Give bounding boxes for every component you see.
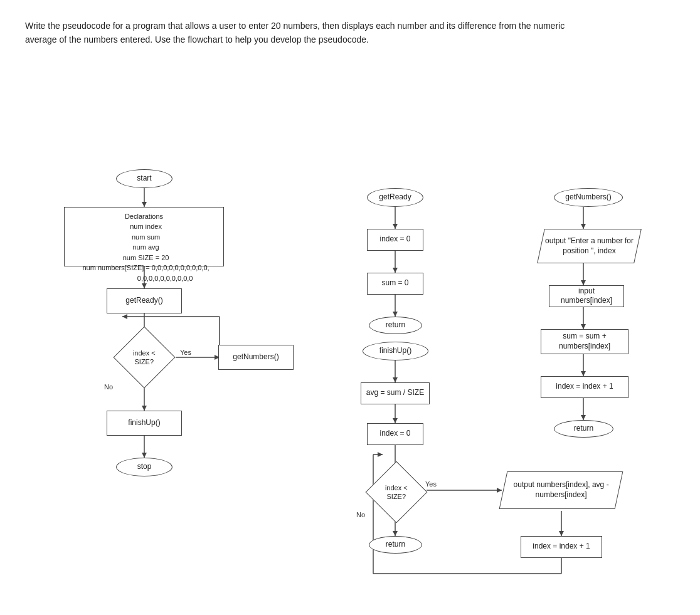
svg-marker-37 bbox=[378, 452, 383, 457]
finishup-title-oval: finishUp() bbox=[363, 342, 428, 360]
svg-marker-18 bbox=[393, 268, 398, 273]
svg-marker-20 bbox=[393, 312, 398, 317]
index0-rect: index = 0 bbox=[367, 229, 423, 251]
svg-marker-32 bbox=[559, 531, 564, 536]
getready-title-oval: getReady bbox=[367, 188, 423, 207]
return-oval-col2: return bbox=[369, 317, 422, 334]
svg-marker-3 bbox=[142, 283, 147, 288]
diamond-finishup: index < SIZE? bbox=[366, 461, 428, 523]
svg-marker-12 bbox=[142, 406, 147, 411]
output-para-col3: output "Enter a number for position ", i… bbox=[537, 229, 642, 263]
no-label-col1: No bbox=[104, 383, 113, 391]
svg-marker-39 bbox=[581, 224, 586, 229]
svg-marker-30 bbox=[497, 488, 502, 493]
declarations-rect: Declarations num index num sum num avg n… bbox=[64, 207, 224, 266]
input-rect-col3: input numbers[index] bbox=[549, 285, 624, 307]
return-oval-col2b: return bbox=[369, 536, 422, 554]
svg-marker-10 bbox=[122, 314, 127, 319]
finishup-rect-col1: finishUp() bbox=[107, 411, 182, 436]
stop-oval: stop bbox=[116, 458, 172, 476]
yes-label-col2: Yes bbox=[425, 480, 437, 488]
sum0-rect: sum = 0 bbox=[367, 273, 423, 295]
output-para-finishup: output numbers[index], avg - numbers[ind… bbox=[499, 471, 623, 509]
start-oval: start bbox=[116, 169, 172, 188]
return-oval-col3: return bbox=[554, 420, 613, 438]
svg-marker-24 bbox=[393, 418, 398, 423]
yes-label-col1: Yes bbox=[180, 349, 191, 356]
sum-rect-col3: sum = sum + numbers[index] bbox=[541, 329, 628, 354]
svg-marker-16 bbox=[393, 224, 398, 229]
svg-marker-47 bbox=[581, 415, 586, 420]
svg-marker-45 bbox=[581, 371, 586, 376]
index-inc-finishup: index = index + 1 bbox=[521, 536, 602, 558]
svg-marker-22 bbox=[393, 377, 398, 382]
index-inc-col3: index = index + 1 bbox=[541, 376, 628, 398]
description: Write the pseudocode for a program that … bbox=[25, 19, 590, 47]
flowchart-area: start Declarations num index num sum num… bbox=[25, 72, 677, 611]
avg-rect: avg = sum / SIZE bbox=[361, 382, 430, 404]
getnumbers-rect-col1: getNumbers() bbox=[218, 345, 294, 370]
index0b-rect: index = 0 bbox=[367, 423, 423, 445]
svg-marker-28 bbox=[393, 531, 398, 536]
no-label-col2: No bbox=[356, 511, 365, 518]
svg-marker-1 bbox=[142, 202, 147, 207]
getnumbers-title-oval: getNumbers() bbox=[554, 188, 623, 207]
getready-rect: getReady() bbox=[107, 288, 182, 313]
svg-marker-43 bbox=[581, 324, 586, 329]
diamond-index-size-col1: index < SIZE? bbox=[114, 326, 176, 388]
svg-marker-14 bbox=[142, 453, 147, 458]
svg-marker-41 bbox=[581, 280, 586, 285]
